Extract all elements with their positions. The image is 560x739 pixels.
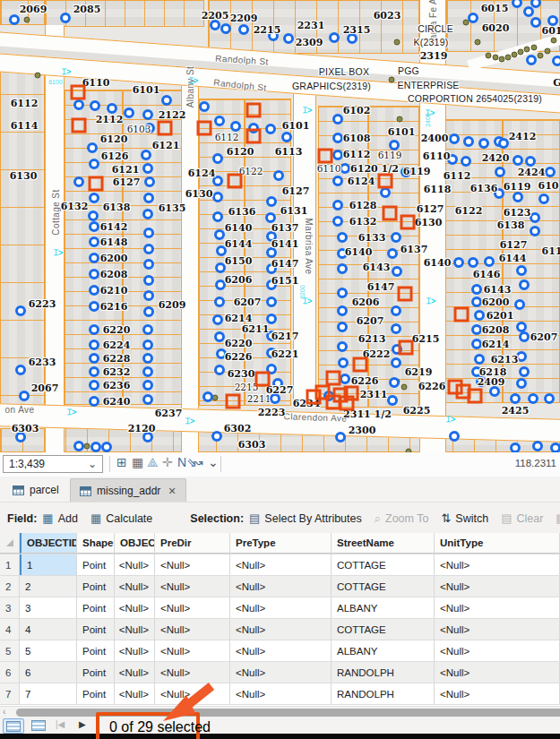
secondary-point-marker[interactable] bbox=[406, 449, 412, 453]
select-all-corner[interactable] bbox=[0, 533, 20, 554]
address-point-marker[interactable] bbox=[387, 395, 398, 406]
address-point-marker[interactable] bbox=[340, 374, 350, 384]
add-overlay-icon[interactable]: ⊞ bbox=[116, 455, 127, 469]
address-point-marker[interactable] bbox=[212, 153, 223, 164]
secondary-point-marker[interactable] bbox=[545, 48, 551, 55]
address-point-marker[interactable] bbox=[202, 391, 213, 402]
address-point-marker[interactable] bbox=[453, 257, 464, 268]
address-point-marker[interactable] bbox=[143, 306, 154, 317]
address-point-marker[interactable] bbox=[283, 33, 294, 44]
address-point-marker[interactable] bbox=[530, 226, 540, 236]
snapping-crosshair-icon[interactable]: ✛ bbox=[162, 455, 173, 469]
table-cell[interactable]: <Null> bbox=[155, 554, 230, 575]
table-cell[interactable]: <Null> bbox=[115, 640, 155, 661]
address-point-marker[interactable] bbox=[519, 331, 530, 342]
address-point-marker[interactable] bbox=[142, 209, 153, 219]
zoom-to-button[interactable]: ⌕ Zoom To bbox=[375, 511, 429, 526]
address-point-marker[interactable] bbox=[449, 431, 460, 442]
address-point-marker[interactable] bbox=[89, 366, 99, 377]
address-point-marker[interactable] bbox=[332, 200, 343, 211]
address-point-marker[interactable] bbox=[143, 259, 154, 270]
row-number[interactable]: 6 bbox=[0, 662, 20, 683]
table-cell[interactable]: <Null> bbox=[155, 662, 230, 683]
address-point-marker[interactable] bbox=[89, 285, 99, 296]
address-point-marker[interactable] bbox=[332, 216, 343, 227]
missing-address-marker[interactable] bbox=[398, 287, 413, 302]
missing-address-marker[interactable] bbox=[326, 371, 341, 386]
address-point-marker[interactable] bbox=[89, 269, 99, 279]
missing-address-marker[interactable] bbox=[318, 149, 333, 164]
column-header-unittype[interactable]: UnitType bbox=[435, 533, 560, 554]
address-point-marker[interactable] bbox=[238, 24, 249, 35]
address-point-marker[interactable] bbox=[463, 136, 474, 147]
table-cell[interactable]: COTTAGE bbox=[332, 619, 435, 640]
sketch-measure-icon[interactable]: ⟁ bbox=[147, 455, 159, 470]
address-point-marker[interactable] bbox=[340, 163, 350, 174]
address-point-marker[interactable] bbox=[89, 339, 99, 350]
table-cell[interactable]: <Null> bbox=[435, 619, 560, 640]
address-point-marker[interactable] bbox=[471, 324, 482, 335]
address-point-marker[interactable] bbox=[530, 17, 541, 28]
table-cell[interactable]: <Null> bbox=[115, 619, 155, 640]
address-point-marker[interactable] bbox=[88, 211, 99, 221]
map-scale-combobox[interactable]: 1:3,439 ⌄ bbox=[3, 455, 103, 473]
address-point-marker[interactable] bbox=[211, 431, 222, 442]
address-point-marker[interactable] bbox=[214, 116, 225, 126]
secondary-point-marker[interactable] bbox=[538, 53, 544, 59]
row-number[interactable]: 3 bbox=[0, 597, 20, 618]
table-cell[interactable]: <Null> bbox=[155, 640, 230, 661]
add-field-button[interactable]: ▦ Add bbox=[42, 511, 78, 525]
missing-address-marker[interactable] bbox=[306, 390, 322, 405]
table-cell[interactable]: COTTAGE bbox=[332, 554, 435, 575]
table-cell[interactable]: <Null> bbox=[230, 576, 332, 597]
secondary-point-marker[interactable] bbox=[499, 56, 505, 63]
switch-selection-button[interactable]: ⇅ Switch bbox=[441, 511, 488, 525]
address-point-marker[interactable] bbox=[142, 366, 153, 377]
column-header-objectid-1-[interactable]: OBJECTID_1 * bbox=[20, 533, 77, 554]
missing-address-marker[interactable] bbox=[226, 394, 241, 409]
address-point-marker[interactable] bbox=[337, 232, 348, 243]
address-point-marker[interactable] bbox=[514, 299, 525, 310]
address-point-marker[interactable] bbox=[387, 248, 398, 259]
address-point-marker[interactable] bbox=[392, 266, 402, 277]
address-point-marker[interactable] bbox=[523, 6, 534, 17]
table-cell[interactable]: Point bbox=[77, 597, 115, 618]
table-cell[interactable]: 2 bbox=[20, 576, 77, 597]
address-point-marker[interactable] bbox=[337, 305, 348, 316]
address-point-marker[interactable] bbox=[73, 441, 84, 451]
table-cell[interactable]: <Null> bbox=[115, 554, 155, 575]
tab-missing-addr[interactable]: missing_addr ✕ bbox=[70, 478, 186, 503]
tab-parcel[interactable]: parcel bbox=[4, 478, 68, 502]
table-cell[interactable]: <Null> bbox=[230, 683, 332, 704]
address-point-marker[interactable] bbox=[489, 386, 500, 397]
secondary-point-marker[interactable] bbox=[493, 55, 499, 61]
address-point-marker[interactable] bbox=[15, 305, 26, 316]
address-point-marker[interactable] bbox=[141, 150, 151, 160]
table-cell[interactable]: <Null> bbox=[230, 662, 332, 683]
address-point-marker[interactable] bbox=[90, 100, 100, 111]
table-cell[interactable]: Point bbox=[77, 683, 115, 704]
address-point-marker[interactable] bbox=[498, 138, 509, 149]
address-point-marker[interactable] bbox=[484, 256, 495, 267]
address-point-marker[interactable] bbox=[265, 124, 276, 134]
address-point-marker[interactable] bbox=[107, 103, 117, 114]
address-point-marker[interactable] bbox=[545, 167, 556, 177]
select-by-attributes-button[interactable]: ▤ Select By Attributes bbox=[249, 511, 362, 525]
table-cell[interactable]: <Null> bbox=[155, 619, 230, 640]
address-point-marker[interactable] bbox=[214, 331, 225, 342]
secondary-point-marker[interactable] bbox=[84, 443, 90, 450]
address-point-marker[interactable] bbox=[474, 310, 485, 321]
address-point-marker[interactable] bbox=[124, 107, 134, 118]
address-point-marker[interactable] bbox=[471, 296, 482, 307]
address-point-marker[interactable] bbox=[89, 353, 99, 364]
address-point-marker[interactable] bbox=[391, 323, 401, 334]
missing-address-marker[interactable] bbox=[71, 85, 86, 100]
address-point-marker[interactable] bbox=[87, 142, 98, 153]
missing-address-marker[interactable] bbox=[246, 129, 262, 144]
address-point-marker[interactable] bbox=[212, 314, 223, 325]
address-point-marker[interactable] bbox=[142, 109, 153, 120]
address-point-marker[interactable] bbox=[510, 443, 521, 452]
address-point-marker[interactable] bbox=[337, 263, 348, 274]
missing-address-marker[interactable] bbox=[246, 103, 262, 118]
missing-address-marker[interactable] bbox=[401, 215, 416, 230]
